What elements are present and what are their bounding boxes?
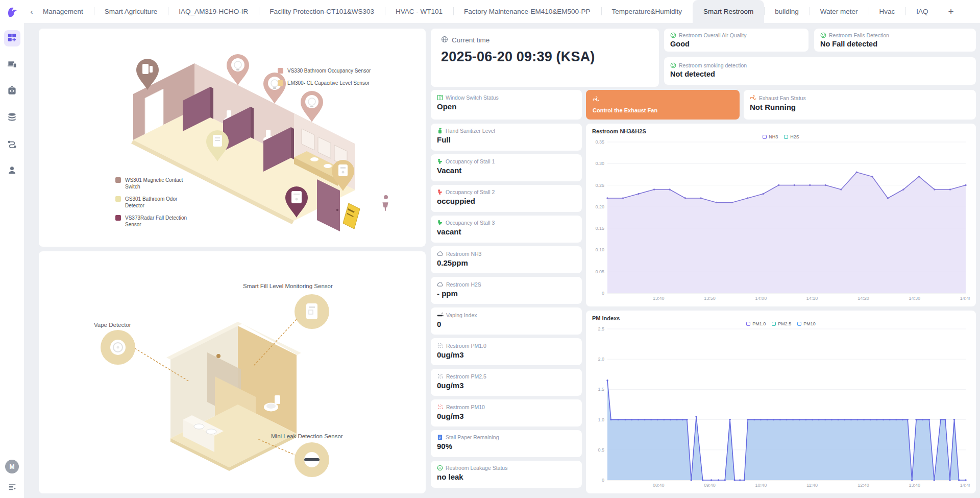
legend-swatch [115,196,121,202]
svg-text:14:00: 14:00 [755,296,767,301]
legend-item-h2s[interactable]: H2S [784,134,799,139]
sidebar: M [0,0,24,498]
svg-text:0.30: 0.30 [595,161,604,166]
window-switch-card: Window Switch Status Open [431,90,582,120]
app-logo-icon [5,5,19,19]
svg-text:0.5: 0.5 [598,447,604,453]
metric-card-vaping-index: Vaping Index 0 [431,307,582,335]
sidebar-bottom: M [5,460,19,492]
exhaust-fan-status-value: Not Running [750,103,970,111]
illustration-column: VS330 Bathroom Occupancy SensorEM300- CL… [39,29,426,493]
tab-smart-restroom[interactable]: Smart Restroom [693,0,764,23]
legend-item-pm1-0[interactable]: PM1.0 [746,321,766,326]
current-time-value: 2025-06-20 09:39 (KSA) [441,49,649,65]
legend-item-pm2-5[interactable]: PM2.5 [772,321,791,326]
alert-card-air-quality: Restroom Overall Air Quality Good [664,29,808,52]
sidebar-item-dashboard[interactable] [4,30,20,46]
legend-item-nh3[interactable]: NH3 [763,134,778,139]
item-em300-cl-capacitive-level-sensor: EM300- CL Capacitive Level Sensor [278,80,371,86]
control-exhaust-fan-label: Control the Exhaust Fan [593,107,733,113]
metric-card-occupancy-stall-3: Occupancy of Stall 3 vacant [431,216,582,243]
tab-water-meter[interactable]: Water meter [810,0,869,23]
svg-text:0.35: 0.35 [595,139,604,145]
smiley-icon [670,62,676,68]
nh3-h2s-chart-card: Restroom NH3&H2S NH3H2S 0.350.300.250.20… [586,124,976,306]
current-time-card: Current time 2025-06-20 09:39 (KSA) [431,29,659,87]
legend-swatch [115,215,121,221]
alert-cards: Restroom Overall Air Quality Good Restro… [664,29,976,87]
metric-card-occupancy-stall-1: Occupancy of Stall 1 Vacant [431,154,582,181]
nh3-h2s-chart-plot: 0.350.300.250.200.150.100.05013:4013:501… [591,139,970,302]
svg-text:2.0: 2.0 [598,357,604,362]
window-switch-value: Open [437,102,576,111]
exhaust-fan-status-card: Exhaust Fan Status Not Running [744,90,976,120]
svg-text:11:40: 11:40 [806,483,818,488]
avatar[interactable]: M [5,460,19,473]
item-vs330-bathroom-occupancy-sensor: VS330 Bathroom Occupancy Sensor [278,67,371,74]
charts-column: Restroom NH3&H2S NH3H2S 0.350.300.250.20… [586,124,976,493]
toilet-icon [437,158,443,164]
nh3-h2s-chart-title: Restroom NH3&H2S [592,128,970,134]
metric-card-restroom-pm2-5: Restroom PM2.5 0ug/m3 [431,369,582,396]
log-menu-icon[interactable] [8,483,17,492]
metric-card-restroom-h2s: Restroom H2S - ppm [431,277,582,304]
tab-facility-protection-ct101-ws303[interactable]: Facility Protection-CT101&WS303 [259,0,385,23]
alert-card-falls-detection: Restroom Falls Detection No Fall detecte… [814,29,976,52]
add-tab-button[interactable]: + [939,0,963,23]
tabs-back-button[interactable]: ‹ [24,0,39,23]
package-icon [7,86,17,98]
svg-text:0.20: 0.20 [595,204,604,209]
metric-card-hand-sanitizer-level: Hand Sanitizer Level Full [431,124,582,151]
item-vs373radar-fall-detection-sensor: VS373Radar Fall Detection Sensor [115,215,190,228]
svg-text:0: 0 [602,478,604,483]
svg-text:14:20: 14:20 [857,296,869,301]
exhaust-fan-status-label: Exhaust Fan Status [759,95,806,101]
pm-index-chart-plot: 2.52.01.51.00.5008:4009:4010:4011:4012:4… [591,326,970,489]
tab-temperature-humidity[interactable]: Temperature&Humidity [601,0,693,23]
control-exhaust-fan-button[interactable]: Control the Exhaust Fan [586,90,740,120]
bathroom-illustration [39,251,426,493]
legend-item-pm10[interactable]: PM10 [797,321,816,326]
svg-text:14:10: 14:10 [806,296,818,301]
item-gs301-bathroom-odor-detector: GS301 Bathroom Odor Detector [115,196,190,209]
dust-icon [437,404,444,410]
legend-swatch [763,135,767,139]
status-region: Current time 2025-06-20 09:39 (KSA) Rest… [431,29,976,493]
app-logo[interactable] [5,5,20,20]
tab-building[interactable]: building [764,0,810,23]
svg-text:14:30: 14:30 [909,296,920,301]
tab-hvac-wt101[interactable]: HVAC - WT101 [385,0,453,23]
top-region: Current time 2025-06-20 09:39 (KSA) Rest… [431,29,976,87]
toilet-icon [437,189,443,195]
tab-hvac[interactable]: Hvac [869,0,906,23]
metric-card-stall-paper-remaining: Stall Paper Remaining 90% [431,430,582,457]
metric-card-restroom-leakage-status: Restroom Leakage Status no leak [431,461,582,488]
paper-icon [437,434,443,440]
svg-text:13:50: 13:50 [704,296,716,301]
sidebar-item-user[interactable] [4,163,20,179]
svg-text:0: 0 [602,291,604,296]
current-time-label-row: Current time [441,36,649,44]
svg-text:1.0: 1.0 [598,417,604,422]
metrics-column: Hand Sanitizer Level Full Occupancy of S… [431,124,582,493]
sidebar-item-devices[interactable] [4,57,20,73]
wet-floor-sign [343,203,360,229]
svg-text:0.25: 0.25 [595,183,604,188]
dust-icon [437,373,444,380]
tab-iaq-am319-hcho-ir[interactable]: IAQ_AM319-HCHO-IR [168,0,259,23]
sidebar-nav [4,30,20,179]
svg-text:13:40: 13:40 [909,483,920,488]
current-time-label: Current time [452,36,489,44]
floorplan-legend-right: VS330 Bathroom Occupancy SensorEM300- CL… [278,67,371,92]
tabs: ManagementSmart AgricultureIAQ_AM319-HCH… [39,0,939,23]
tab-factory-maintenance-em410-em500-pp[interactable]: Factory Maintenance-EM410&EM500-PP [453,0,601,23]
sidebar-item-workflow[interactable] [4,136,20,153]
nh3-h2s-chart-legend: NH3H2S [586,134,976,139]
sidebar-item-package[interactable] [4,83,20,100]
svg-text:0.15: 0.15 [595,226,604,231]
tab-smart-agriculture[interactable]: Smart Agriculture [94,0,168,23]
tab-management[interactable]: Management [32,0,94,23]
tab-iaq[interactable]: IAQ [905,0,939,23]
sidebar-item-database[interactable] [4,110,20,126]
leak-sensor-icon [295,442,329,477]
